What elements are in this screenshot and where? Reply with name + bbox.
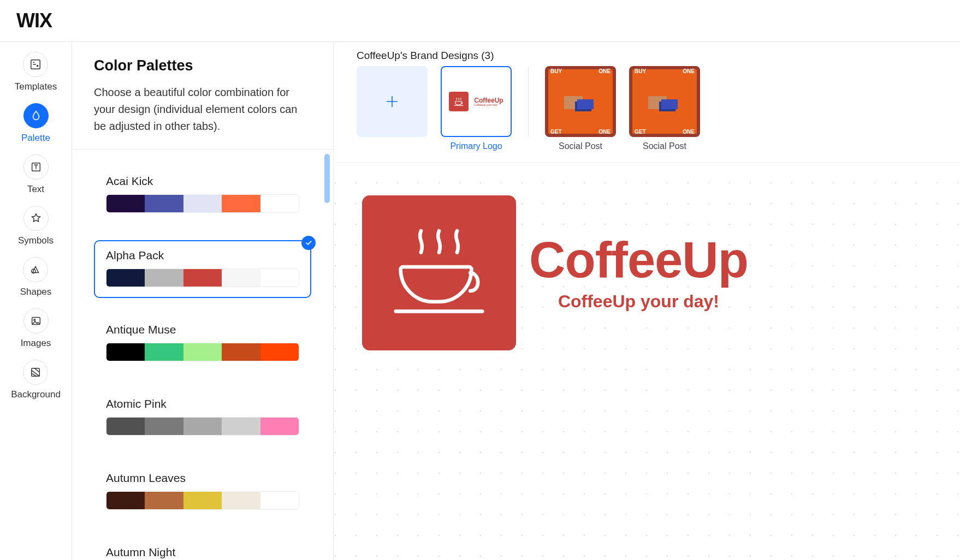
wix-logo: WIX [16, 9, 52, 32]
palette-antique-muse[interactable]: Antique Muse [94, 314, 311, 372]
palette-icon [23, 103, 49, 128]
swatch [183, 269, 222, 287]
swatch [222, 418, 260, 435]
swatch [106, 418, 145, 435]
swatch [260, 195, 299, 212]
palette-name: Atomic Pink [106, 397, 299, 410]
add-design-button[interactable] [357, 66, 428, 137]
design-thumb-social-2[interactable]: BUY ONE GET ONE [629, 66, 700, 137]
design-thumb-primary-logo[interactable]: CoffeeUp CoffeeUp your day! [441, 66, 512, 137]
palette-name: Antique Muse [106, 323, 299, 336]
thumb-brand-name: CoffeeUp [474, 97, 503, 104]
canvas-area: CoffeeUp's Brand Designs (3) [334, 42, 960, 560]
palette-name: Alpha Pack [106, 249, 299, 262]
shapes-icon [23, 257, 48, 282]
nav-images[interactable]: Images [21, 308, 51, 349]
swatch [222, 492, 260, 509]
cup-icon [379, 213, 499, 333]
swatch [183, 343, 222, 361]
palette-name: Autumn Leaves [106, 472, 299, 485]
palette-swatches [106, 417, 299, 436]
swatch [145, 343, 183, 361]
brand-tagline: CoffeeUp your day! [529, 291, 748, 312]
palette-atomic-pink[interactable]: Atomic Pink [94, 389, 311, 446]
badge-one: ONE [598, 68, 611, 74]
swatch [106, 195, 145, 212]
nav-text-label: Text [27, 184, 44, 195]
design-thumbs-row: CoffeeUp CoffeeUp your day! Primary Logo… [334, 66, 960, 159]
nav-palette-label: Palette [21, 133, 50, 144]
logo-composition[interactable]: CoffeeUp CoffeeUp your day! [362, 195, 748, 350]
check-icon [301, 236, 316, 250]
design-thumb-social-1[interactable]: BUY ONE GET ONE [545, 66, 616, 137]
badge-buy: BUY [550, 68, 562, 74]
svg-point-5 [33, 319, 35, 321]
nav-images-label: Images [21, 338, 51, 349]
logo-mark [362, 195, 516, 350]
divider [528, 66, 529, 137]
swatch [183, 492, 222, 509]
nav-symbols[interactable]: Symbols [18, 206, 54, 246]
swatch [145, 418, 183, 435]
palette-acai-kick[interactable]: Acai Kick [94, 166, 311, 224]
swatch [145, 492, 183, 509]
swatch [106, 492, 145, 509]
swatch [260, 269, 299, 287]
swatch [145, 195, 183, 212]
palette-swatches [106, 343, 299, 361]
templates-icon [23, 52, 48, 77]
badge-buy: BUY [635, 68, 646, 74]
nav-shapes[interactable]: Shapes [20, 257, 52, 297]
palette-name: Autumn Night [106, 546, 299, 559]
palette-name: Acai Kick [106, 175, 299, 188]
swatch [222, 269, 260, 287]
nav-templates-label: Templates [15, 81, 57, 92]
swatch [183, 418, 222, 435]
swatch [145, 269, 183, 287]
thumb-label-primary: Primary Logo [450, 141, 502, 151]
images-icon [23, 308, 49, 333]
nav-text[interactable]: Text [23, 154, 49, 195]
badge-one: ONE [598, 129, 611, 135]
panel-title: Color Palettes [94, 57, 311, 74]
cup-icon [449, 92, 469, 111]
palette-swatches [106, 194, 299, 213]
swatch [222, 343, 260, 361]
swatch [183, 195, 222, 212]
nav-background[interactable]: Background [11, 360, 61, 400]
swatch [260, 418, 299, 435]
swatch [260, 492, 299, 509]
svg-point-1 [37, 65, 38, 67]
nav-background-label: Background [11, 389, 61, 400]
swatch [106, 269, 145, 287]
badge-get: GET [635, 129, 646, 135]
background-icon [23, 360, 48, 385]
badge-one: ONE [683, 68, 695, 74]
palette-autumn-leaves[interactable]: Autumn Leaves [94, 463, 311, 521]
thumb-brand-tag: CoffeeUp your day! [474, 104, 503, 106]
nav-templates[interactable]: Templates [15, 52, 57, 92]
design-canvas[interactable]: CoffeeUp CoffeeUp your day! [334, 162, 960, 560]
left-nav: Templates Palette Text Symbols [0, 42, 72, 560]
thumb-label-social-1: Social Post [559, 141, 602, 151]
brand-name: CoffeeUp [529, 235, 748, 285]
palette-swatches [106, 269, 299, 287]
palette-autumn-night[interactable]: Autumn Night [94, 537, 311, 560]
symbols-icon [23, 206, 49, 231]
nav-symbols-label: Symbols [18, 235, 54, 246]
svg-rect-12 [661, 99, 678, 109]
swatch [260, 343, 299, 361]
svg-rect-9 [577, 99, 594, 109]
nav-palette[interactable]: Palette [21, 103, 50, 144]
swatch [222, 195, 260, 212]
panel-description: Choose a beautiful color combination for… [94, 84, 311, 135]
nav-shapes-label: Shapes [20, 287, 52, 297]
palette-swatches [106, 491, 299, 510]
thumb-label-social-2: Social Post [643, 141, 686, 151]
badge-one: ONE [683, 129, 695, 135]
palette-panel: Color Palettes Choose a beautiful color … [72, 42, 334, 560]
scrollbar-thumb[interactable] [324, 154, 330, 203]
text-icon [23, 154, 49, 180]
palette-alpha-pack[interactable]: Alpha Pack [94, 240, 311, 298]
top-bar: WIX [0, 0, 960, 42]
